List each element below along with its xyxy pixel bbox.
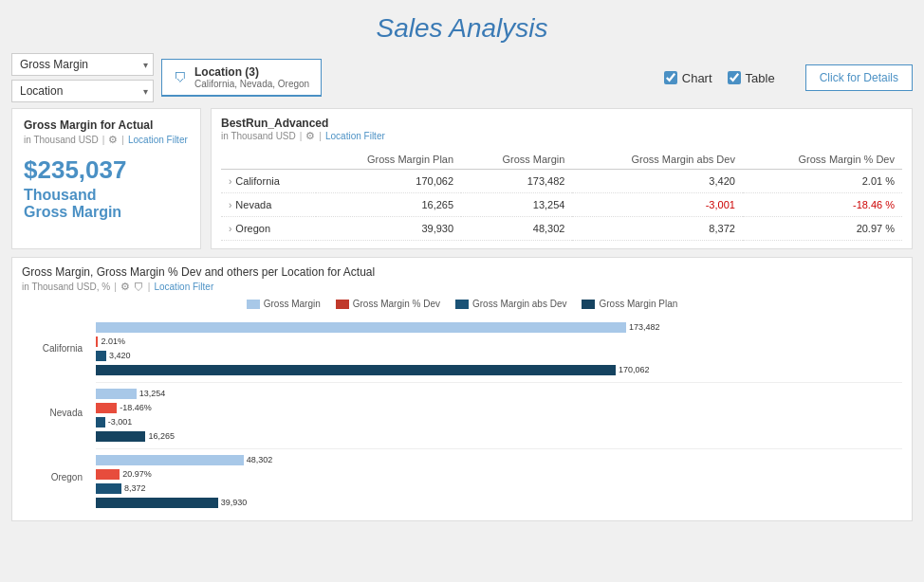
page-title: Sales Analysis (0, 0, 924, 53)
col-header-margin: Gross Margin (461, 150, 572, 170)
table-toggle[interactable]: Table (728, 71, 775, 85)
data-panel-subtitle: in Thousand USD | ⚙ | Location Filter (221, 130, 902, 142)
bar-value-label: 2.01% (101, 336, 125, 346)
legend-item: Gross Margin Plan (582, 299, 677, 309)
bar-value-label: -3,001 (108, 417, 133, 427)
bar-value-label: 48,302 (247, 455, 273, 464)
bar-value-label: 173,482 (629, 322, 660, 332)
table-row: ›Oregon 39,930 48,302 8,372 20.97 % (221, 217, 902, 241)
table-row: ›California 170,062 173,482 3,420 2.01 % (221, 170, 902, 193)
table-header-row: Gross Margin Plan Gross Margin Gross Mar… (221, 150, 902, 170)
kpi-panel: Gross Margin for Actual in Thousand USD … (11, 108, 201, 249)
data-panel-location-filter-link[interactable]: Location Filter (325, 131, 385, 141)
col-header-pct-dev: Gross Margin % Dev (743, 150, 902, 170)
table-checkbox[interactable] (728, 71, 741, 84)
legend-item: Gross Margin (247, 299, 321, 309)
bar-row: -3,001 (96, 415, 902, 428)
chart-gear-icon[interactable]: ⚙ (120, 281, 130, 293)
table-row: ›Nevada 16,265 13,254 -3,001 -18.46 % (221, 193, 902, 217)
row-abs-dev: 8,372 (572, 217, 742, 241)
location-bar-group: 13,254-18.46%-3,00116,265 (96, 382, 902, 446)
row-pct-dev: -18.46 % (743, 193, 902, 217)
chart-area: CaliforniaNevadaOregon 173,4822.01%3,420… (22, 317, 902, 513)
chart-bar (96, 498, 218, 508)
legend-label: Gross Margin Plan (599, 299, 677, 309)
chart-bar (96, 322, 626, 333)
chart-legend: Gross MarginGross Margin % DevGross Marg… (22, 299, 902, 309)
bar-value-label: -18.46% (120, 403, 152, 412)
bar-row: 3,420 (96, 349, 902, 362)
chart-bar (96, 365, 616, 375)
col-header-abs-dev: Gross Margin abs Dev (572, 150, 742, 170)
location-bar-group: 173,4822.01%3,420170,062 (96, 317, 902, 380)
bar-row: 20.97% (96, 467, 902, 481)
chart-bar (96, 403, 117, 413)
row-pct-dev: 20.97 % (743, 217, 902, 241)
bar-row: 39,930 (96, 496, 902, 509)
table-toggle-label: Table (746, 71, 775, 85)
chart-options-icon[interactable]: ⛉ (134, 282, 144, 293)
bar-row: 13,254 (96, 387, 902, 400)
gross-margin-select-wrapper: Gross Margin (11, 53, 154, 76)
row-margin: 13,254 (461, 193, 572, 217)
col-header-plan: Gross Margin Plan (316, 150, 461, 170)
legend-color-swatch (455, 300, 469, 309)
chart-location-labels: CaliforniaNevadaOregon (22, 317, 88, 513)
data-table-body: ›California 170,062 173,482 3,420 2.01 %… (221, 170, 902, 241)
chart-bar (96, 389, 137, 399)
kpi-label: ThousandGross Margin (24, 187, 189, 221)
data-table: Gross Margin Plan Gross Margin Gross Mar… (221, 150, 902, 241)
chart-location-filter-link[interactable]: Location Filter (154, 282, 213, 292)
legend-color-swatch (247, 300, 260, 309)
row-plan: 170,062 (316, 170, 461, 193)
row-margin: 48,302 (461, 217, 572, 241)
bar-value-label: 16,265 (148, 431, 175, 441)
bar-row: -18.46% (96, 401, 902, 414)
kpi-value: $235,037 (24, 155, 189, 185)
data-panel-gear-icon[interactable]: ⚙ (305, 130, 315, 142)
chart-table-toggles: Chart Table Click for Details (664, 64, 913, 91)
bar-value-label: 170,062 (619, 365, 650, 374)
chart-subtitle: in Thousand USD, % | ⚙ ⛉ | Location Filt… (22, 281, 902, 293)
kpi-panel-subtitle: in Thousand USD | ⚙ | Location Filter (24, 134, 189, 146)
chart-bar (96, 336, 98, 347)
chart-location-label: Oregon (22, 472, 88, 482)
chart-bar (96, 431, 145, 442)
legend-item: Gross Margin abs Dev (455, 299, 566, 309)
kpi-location-filter-link[interactable]: Location Filter (128, 135, 188, 145)
bar-value-label: 13,254 (139, 389, 166, 398)
location-filter-pill[interactable]: ⛉ Location (3) California, Nevada, Orego… (161, 59, 322, 97)
gross-margin-select[interactable]: Gross Margin (11, 53, 154, 76)
chart-toggle[interactable]: Chart (664, 71, 712, 85)
chart-checkbox[interactable] (664, 71, 677, 84)
location-select[interactable]: Location (11, 80, 154, 102)
row-abs-dev: -3,001 (572, 193, 742, 217)
legend-color-swatch (336, 300, 349, 309)
bar-row: 2.01% (96, 335, 902, 348)
bar-value-label: 39,930 (221, 498, 248, 507)
chart-bar (96, 455, 244, 465)
legend-color-swatch (582, 300, 595, 309)
kpi-subtitle-unit: in Thousand USD (24, 135, 99, 145)
location-bar-group: 48,30220.97%8,37239,930 (96, 448, 902, 513)
bar-value-label: 20.97% (122, 469, 152, 479)
legend-label: Gross Margin % Dev (353, 299, 440, 309)
filter-selects: Gross Margin Location (11, 53, 154, 102)
kpi-gear-icon[interactable]: ⚙ (108, 134, 118, 146)
data-panel-unit: in Thousand USD (221, 131, 296, 141)
row-name: ›Nevada (221, 193, 316, 217)
bar-row: 170,062 (96, 363, 902, 376)
bars-container: 173,4822.01%3,420170,06213,254-18.46%-3,… (96, 317, 902, 513)
chart-bar (96, 469, 120, 480)
bar-value-label: 8,372 (124, 483, 146, 493)
click-details-button[interactable]: Click for Details (805, 64, 913, 91)
chart-unit: in Thousand USD, % (22, 282, 110, 292)
bar-row: 48,302 (96, 453, 902, 466)
data-panel: BestRun_Advanced in Thousand USD | ⚙ | L… (211, 108, 913, 249)
bar-row: 16,265 (96, 429, 902, 443)
kpi-panel-title: Gross Margin for Actual (24, 118, 189, 132)
chart-bar (96, 417, 105, 427)
legend-item: Gross Margin % Dev (336, 299, 440, 309)
chart-location-label: California (22, 343, 88, 354)
chart-toggle-label: Chart (682, 71, 712, 85)
